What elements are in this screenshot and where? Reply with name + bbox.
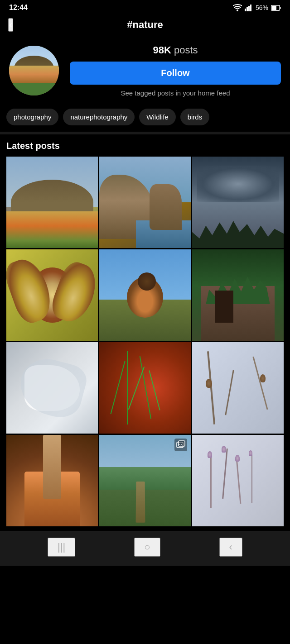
posts-count: 98K posts [70,44,281,56]
photo-grid [6,157,284,526]
svg-rect-8 [179,441,185,446]
profile-info: 98K posts Follow See tagged posts in you… [59,44,281,97]
latest-section: Latest posts [0,134,290,531]
grid-photo-8[interactable] [99,342,191,434]
status-time: 12:44 [9,4,28,12]
nav-home-button[interactable]: ○ [134,538,160,557]
header: ‹ #nature [0,14,290,37]
grid-photo-5[interactable] [99,249,191,341]
grid-photo-12[interactable] [192,435,284,526]
grid-photo-9[interactable] [192,342,284,434]
avatar-image [9,46,59,95]
signal-icon [245,4,253,11]
battery-percent: 56% [256,4,268,11]
grid-photo-6[interactable] [192,249,284,341]
tags-row: photography naturephotography Wildlife b… [0,106,290,132]
grid-photo-4[interactable] [6,249,98,341]
svg-rect-6 [272,6,276,10]
profile-section: 98K posts Follow See tagged posts in you… [0,37,290,106]
svg-rect-2 [248,6,250,11]
posts-label: posts [174,44,198,56]
follow-button[interactable]: Follow [70,62,281,85]
multi-image-icon [174,439,187,451]
grid-photo-3[interactable] [192,157,284,248]
avatar [9,46,59,95]
svg-point-9 [179,444,179,445]
status-icons: 56% [233,4,281,11]
grid-photo-2[interactable] [99,157,191,248]
back-button[interactable]: ‹ [8,18,13,32]
grid-photo-1[interactable] [6,157,98,248]
nav-back-button[interactable]: ‹ [219,538,242,557]
tag-chip-photography[interactable]: photography [6,109,58,125]
bottom-nav: ||| ○ ‹ [0,531,290,566]
wifi-icon [233,4,242,11]
tag-chip-wildlife[interactable]: Wildlife [139,109,175,125]
tag-chip-birds[interactable]: birds [180,109,210,125]
status-bar: 12:44 56% [0,0,290,14]
svg-rect-1 [246,7,248,11]
svg-rect-5 [280,7,281,9]
grid-photo-10[interactable] [6,435,98,526]
page-title: #nature [127,19,163,31]
feed-hint: See tagged posts in your home feed [70,89,281,97]
tag-chip-naturephotography[interactable]: naturephotography [63,109,135,125]
nav-menu-button[interactable]: ||| [48,538,75,557]
grid-photo-7[interactable] [6,342,98,434]
grid-photo-11[interactable] [99,435,191,526]
svg-rect-0 [245,9,246,11]
battery-icon [271,5,281,11]
svg-rect-3 [250,5,251,11]
latest-posts-title: Latest posts [6,141,284,151]
